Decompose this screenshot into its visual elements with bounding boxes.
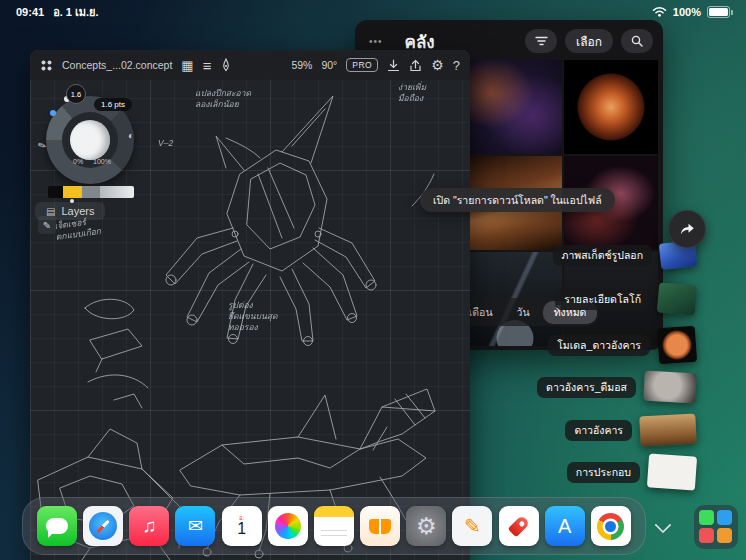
note-lines-icon [321,526,347,538]
gallery-icon[interactable] [181,58,193,73]
swatch-gray[interactable] [82,186,100,198]
filter-button[interactable] [525,29,557,53]
chrome-logo-icon [597,513,624,540]
dragged-file-label: การประกอบ [567,462,640,483]
clock: 09:41 [16,6,44,18]
swatch-black[interactable] [48,186,63,198]
dock-app-notes[interactable] [314,506,354,546]
dragged-file[interactable]: ดาวอังคาร [565,415,696,445]
layers-panel-toggle[interactable]: Layers [35,202,105,220]
photo-thumbnail-nebula[interactable] [468,60,562,154]
search-button[interactable] [621,29,653,53]
rocket-icon [507,515,530,538]
pen-nib-icon[interactable] [220,58,232,72]
dock-app-calendar[interactable]: อ. 1 [222,506,262,546]
contrast-icon[interactable] [128,130,134,141]
brush-size-badge[interactable]: 1.6 [66,84,86,104]
window-controls-button[interactable]: ••• [369,36,383,47]
files-toast: เปิด "รายการดาวน์โหลด" ในแอปไฟล์ [420,188,615,212]
dragged-file-label: ดาวอังคาร_ดีมอส [537,377,636,398]
dock-app-appstore[interactable] [545,506,585,546]
mini-app-icon [717,528,732,543]
mini-app-icon [699,510,714,525]
select-button[interactable]: เลือก [565,29,613,53]
chevron-down-icon[interactable] [656,518,670,532]
dock-app-settings[interactable] [406,506,446,546]
tool-dot-blue[interactable] [50,110,56,116]
opacity-max-label: 100% [93,158,111,165]
battery-icon [707,6,730,18]
color-strip [48,186,134,198]
dock-app-chrome[interactable] [591,506,631,546]
dock-app-messages[interactable] [37,506,77,546]
layers-label: Layers [61,205,94,217]
dragged-file-label: ภาพสเก็ตช์รูปลอก [553,245,652,266]
open-book-icon [369,519,391,534]
battery-percent: 100% [673,6,701,18]
dragged-file-thumbnail [643,371,696,404]
swatch-yellow-selected[interactable] [63,186,82,198]
ipad-screen: 09:41อ. 1 เม.ย. 100% ••• คลัง เลือก [0,0,746,560]
handwritten-note: ง่ายเพิ่ม มือถือง [398,82,426,104]
dock-app-rocket[interactable] [499,506,539,546]
mini-app-icon [699,528,714,543]
handwritten-note: แปลงปีกสะอาด ลองเล็กน้อย [195,88,251,110]
rotation-angle[interactable]: 90° [321,59,337,71]
status-right: 100% [652,6,730,19]
dock-app-pencil[interactable] [452,506,492,546]
dragged-file-thumbnail [639,414,696,447]
dock: อ. 1 [22,497,646,555]
tab-days[interactable]: วัน [506,301,541,324]
share-button[interactable] [668,210,706,248]
status-bar: 09:41อ. 1 เม.ย. 100% [0,0,746,22]
photo-thumbnail-mars[interactable] [564,60,658,154]
settings-gear-icon[interactable] [431,57,444,73]
share-forward-icon [678,220,696,238]
brush-tool-wheel[interactable]: 1.6 1.6 pts 0% 100% [40,86,152,198]
dragged-file[interactable]: ดาวอังคาร_ดีมอส [537,372,696,402]
dragged-file[interactable]: การประกอบ [567,455,696,489]
opacity-min-label: 0% [73,158,83,165]
concepts-window: Concepts_...02.concept 59% 90° PRO ? [30,50,470,560]
dock-app-books[interactable] [360,506,400,546]
dock-app-photos[interactable] [268,506,308,546]
wifi-icon [652,6,667,19]
export-share-icon[interactable] [409,59,422,72]
handwritten-note: V–2 [158,138,173,149]
dragged-file[interactable]: รายละเอียดโลโก้ [555,284,696,314]
app-grid-icon[interactable] [40,59,53,72]
dragged-file-thumbnail [657,282,697,315]
dragged-file-thumbnail [647,453,697,490]
dock-app-safari[interactable] [83,506,123,546]
layers-icon [46,205,55,217]
mini-app-icon [717,510,732,525]
help-button[interactable]: ? [453,58,460,73]
brush-preview[interactable] [70,120,110,160]
brush-size-label: 1.6 pts [94,98,132,111]
handwritten-note: รูปต่อง ยึดแขนบนสุด ทออรอง [228,300,278,333]
calendar-day: 1 [237,521,246,538]
concepts-toolbar: Concepts_...02.concept 59% 90° PRO ? [30,50,470,80]
toast-text: เปิด "รายการดาวน์โหลด" ในแอปไฟล์ [433,192,602,209]
dock-app-music[interactable] [129,506,169,546]
dragged-file-thumbnail [657,326,697,365]
dragged-file[interactable]: โมเดล_ดาวอังคาร [548,327,696,363]
import-icon[interactable] [387,59,400,72]
dragged-file[interactable]: ภาพสเก็ตช์รูปลอก [553,242,696,268]
document-title[interactable]: Concepts_...02.concept [62,59,172,71]
dragged-file-label: โมเดล_ดาวอังคาร [548,335,650,356]
recent-apps-folder[interactable] [694,505,738,549]
dock-app-mail[interactable] [175,506,215,546]
swatch-gradient[interactable] [100,186,134,198]
status-left: 09:41อ. 1 เม.ย. [16,3,108,21]
dragged-file-label: รายละเอียดโลโก้ [555,289,650,310]
chat-bubble-icon [46,518,68,534]
status-date: อ. 1 เม.ย. [53,6,98,18]
zoom-level[interactable]: 59% [291,59,312,71]
dragged-file-label: ดาวอังคาร [565,420,632,441]
compass-icon [89,512,117,540]
photos-flower-icon [275,513,301,539]
pro-badge[interactable]: PRO [346,58,378,72]
menu-icon[interactable] [203,57,212,74]
